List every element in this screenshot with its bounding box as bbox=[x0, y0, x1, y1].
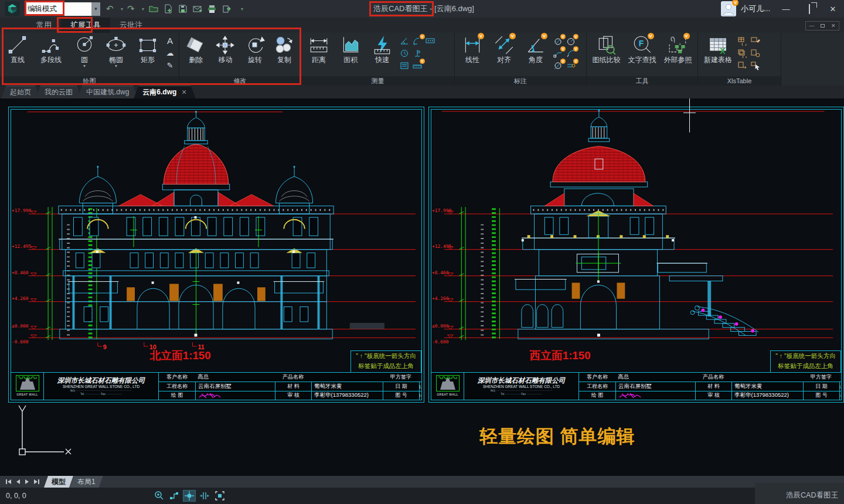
undo-caret-icon[interactable]: ▾ bbox=[121, 6, 123, 12]
drawing-compare-button[interactable]: 图纸比较 bbox=[589, 35, 624, 64]
edit-mode-dropdown[interactable]: 编辑模式 ▾ bbox=[25, 2, 100, 16]
linear-dim-button[interactable]: V 线性 bbox=[457, 35, 488, 64]
edit-mode-caret-icon[interactable]: ▾ bbox=[91, 2, 100, 16]
child-restore-button[interactable] bbox=[821, 24, 825, 28]
arc-measure-button[interactable]: V bbox=[411, 36, 423, 46]
angle-measure-button[interactable] bbox=[399, 36, 410, 46]
xref-button[interactable]: V 外部参照 bbox=[661, 35, 695, 64]
rotate-button[interactable]: 旋转 bbox=[241, 35, 269, 64]
minimize-button[interactable]: — bbox=[778, 5, 794, 13]
table-import-button[interactable] bbox=[737, 60, 748, 71]
doc-tab-start[interactable]: 起始页 bbox=[1, 86, 40, 98]
table-select-button[interactable] bbox=[750, 60, 761, 71]
erase-button[interactable]: 删除 bbox=[182, 35, 210, 64]
ribbon-group-draw: 直线 多段线 圆 ▾ 椭圆 ▾ 矩形 bbox=[0, 33, 179, 86]
nav-first-button[interactable] bbox=[6, 479, 11, 484]
doc-tab-china[interactable]: 中国建筑.dwg bbox=[77, 86, 138, 98]
child-close-button[interactable]: ✕ bbox=[831, 22, 836, 30]
field-label: 工程名称 bbox=[159, 382, 195, 390]
app-logo-icon[interactable] bbox=[5, 1, 20, 16]
north-elevation-drawing[interactable]: +17.990 +12.495 +8.460 +4.260 ±0.000 -0.… bbox=[11, 110, 421, 372]
box-select-icon[interactable] bbox=[213, 490, 226, 502]
area-button[interactable]: 面积 bbox=[335, 35, 366, 64]
arc-dim-button[interactable]: V bbox=[565, 48, 577, 59]
field-value bbox=[731, 373, 803, 382]
button-label: 复制 bbox=[277, 56, 291, 64]
send-mail-button[interactable] bbox=[192, 4, 203, 14]
restore-button[interactable] bbox=[802, 5, 817, 13]
print-button[interactable] bbox=[207, 4, 217, 14]
coordinate-measure-button[interactable] bbox=[411, 48, 423, 59]
continuous-measure-button[interactable] bbox=[424, 36, 436, 46]
revision-cloud-button[interactable]: ☁ bbox=[164, 48, 176, 59]
tab-layout1[interactable]: 布局1 bbox=[70, 476, 103, 488]
circle-dropdown-icon[interactable]: ▾ bbox=[83, 64, 86, 69]
child-minimize-button[interactable]: — bbox=[809, 22, 814, 30]
polyline-button[interactable]: 多段线 bbox=[34, 35, 68, 64]
doc-tab-mycloud[interactable]: 我的云图 bbox=[36, 86, 81, 98]
line-button[interactable]: 直线 bbox=[2, 35, 33, 64]
circle-button[interactable]: 圆 ▾ bbox=[69, 35, 100, 69]
redo-caret-icon[interactable]: ▾ bbox=[142, 6, 144, 12]
avatar[interactable]: V bbox=[721, 1, 736, 16]
nav-next-button[interactable] bbox=[25, 479, 29, 484]
text-tool-button[interactable]: A bbox=[164, 36, 176, 46]
ellipse-button[interactable]: 椭圆 ▾ bbox=[101, 35, 131, 69]
table-refresh-button[interactable] bbox=[737, 48, 748, 59]
dim-style-button[interactable]: V bbox=[565, 60, 577, 71]
ellipse-dropdown-icon[interactable]: ▾ bbox=[115, 64, 117, 69]
doc-tab-current[interactable]: 云南6.dwg✕ bbox=[134, 86, 195, 98]
group-title-xlstable: XlsTable bbox=[698, 76, 781, 86]
tab-model[interactable]: 模型 bbox=[44, 476, 73, 488]
polyline-snap-icon[interactable] bbox=[168, 490, 181, 502]
table-export-button[interactable] bbox=[750, 48, 761, 59]
table-erase-button[interactable] bbox=[750, 36, 761, 46]
circle-icon bbox=[74, 35, 95, 56]
radius-dim-button[interactable]: V bbox=[565, 36, 577, 46]
radius-measure-button[interactable] bbox=[399, 48, 410, 59]
new-table-button[interactable]: X 新建表格 bbox=[700, 35, 736, 64]
level-label: -0.600 bbox=[432, 339, 449, 345]
sketch-button[interactable]: ✎ bbox=[164, 60, 176, 71]
edit-mode-value[interactable]: 编辑模式 bbox=[25, 2, 91, 16]
redo-button[interactable]: ↷ bbox=[127, 4, 138, 14]
user-account[interactable]: V 小可儿... bbox=[721, 1, 770, 16]
quick-measure-button[interactable]: 快速 bbox=[367, 35, 397, 64]
angular-dim-button[interactable]: V 角度 bbox=[520, 35, 551, 64]
great-wall-logo-icon bbox=[16, 375, 39, 391]
zoom-tool-icon[interactable] bbox=[152, 490, 165, 502]
leader-dim-button[interactable]: V bbox=[552, 48, 564, 59]
scale-measure-button[interactable]: V bbox=[411, 60, 423, 71]
text-find-button[interactable]: FV 文字查找 bbox=[625, 35, 659, 64]
new-file-button[interactable] bbox=[163, 4, 173, 14]
tab-extended-tools[interactable]: 扩展工具 bbox=[61, 18, 110, 33]
tab-cloud-annotation[interactable]: 云批注 bbox=[110, 18, 152, 33]
distance-button[interactable]: 距离 bbox=[304, 35, 334, 64]
sheet-north-elevation[interactable]: +17.990 +12.495 +8.460 +4.260 ±0.000 -0.… bbox=[8, 107, 424, 403]
west-elevation-drawing[interactable]: +17.990 +12.495 +8.460 +4.260 ±0.000 -0.… bbox=[431, 110, 841, 372]
tab-common[interactable]: 常用 bbox=[27, 18, 61, 33]
table-update-button[interactable] bbox=[737, 36, 748, 46]
nav-prev-button[interactable] bbox=[16, 479, 20, 484]
find-letter: F bbox=[638, 39, 643, 48]
open-file-button[interactable] bbox=[148, 4, 159, 14]
snap-midpoint-icon[interactable] bbox=[198, 490, 211, 502]
drawing-canvas[interactable]: +17.990 +12.495 +8.460 +4.260 ±0.000 -0.… bbox=[0, 98, 844, 476]
doc-tab-close-icon[interactable]: ✕ bbox=[181, 88, 186, 96]
company-info: 深圳市长城石材石雕有限公司 SHENZHEN GREAT WALL STONE … bbox=[464, 373, 579, 400]
copy-button[interactable]: 复制 bbox=[270, 35, 298, 64]
move-button[interactable]: 移动 bbox=[211, 35, 239, 64]
crosshair-toggle-icon[interactable] bbox=[183, 490, 196, 502]
measure-list-button[interactable] bbox=[399, 60, 410, 71]
close-button[interactable]: ✕ bbox=[825, 5, 840, 13]
nav-last-button[interactable] bbox=[34, 479, 39, 484]
undo-button[interactable]: ↶ bbox=[106, 4, 117, 14]
save-button[interactable] bbox=[178, 4, 188, 14]
sheet-west-elevation[interactable]: +17.990 +12.495 +8.460 +4.260 ±0.000 -0.… bbox=[428, 107, 844, 403]
center-mark-button[interactable]: V bbox=[552, 60, 564, 71]
export-button[interactable] bbox=[222, 4, 232, 14]
rectangle-button[interactable]: 矩形 bbox=[132, 35, 163, 64]
aligned-dim-button[interactable]: V 对齐 bbox=[489, 35, 519, 64]
more-tools-icon[interactable]: ▾ bbox=[241, 6, 243, 12]
diameter-dim-button[interactable]: V bbox=[552, 36, 564, 46]
